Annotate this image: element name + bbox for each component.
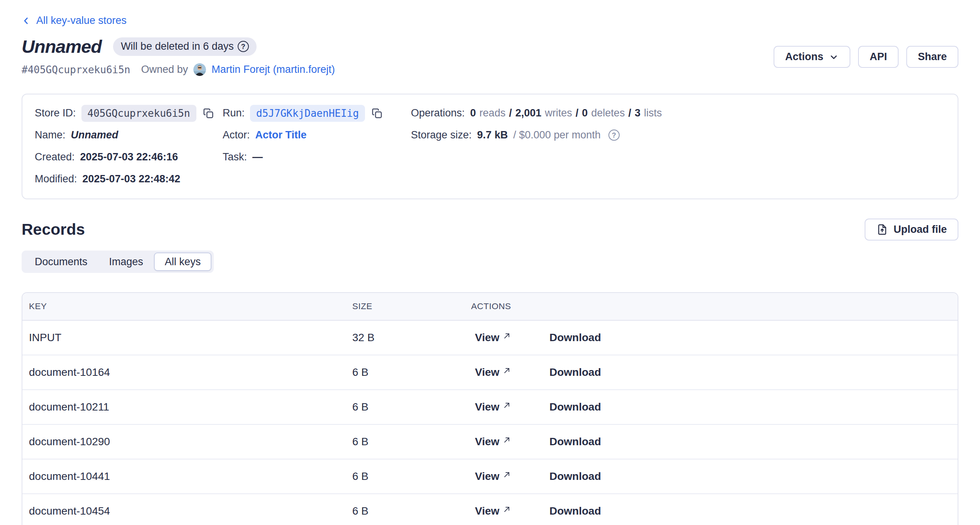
record-key: document-10211 (22, 401, 352, 413)
download-link[interactable]: Download (549, 331, 601, 344)
table-row: document-10164 6 B View Download (22, 355, 958, 390)
upload-file-icon (876, 224, 888, 236)
external-link-icon (503, 365, 510, 377)
breadcrumb-all-key-value-stores[interactable]: All key-value stores (12, 15, 127, 27)
store-hash-id: #405GQcuprxeku6i5n (22, 64, 130, 76)
created-label: Created: (35, 151, 75, 163)
actions-button[interactable]: Actions (774, 46, 850, 68)
operations-value: 0 reads / 2,001 writes / 0 deletes / 3 l… (470, 107, 662, 119)
actor-link[interactable]: Actor Title (255, 129, 307, 141)
download-link[interactable]: Download (549, 366, 601, 379)
page-title: Unnamed (22, 36, 101, 57)
table-row: document-10441 6 B View Download (22, 459, 958, 494)
record-size: 32 B (352, 331, 471, 344)
record-key: document-10290 (22, 436, 352, 448)
view-link[interactable]: View (475, 401, 549, 413)
column-header-key: KEY (22, 301, 352, 311)
record-size: 6 B (352, 436, 471, 448)
external-link-icon (503, 330, 510, 342)
table-row: INPUT 32 B View Download (22, 321, 958, 355)
view-link[interactable]: View (475, 331, 549, 344)
record-key: document-10454 (22, 505, 352, 517)
run-label: Run: (223, 107, 245, 119)
external-link-icon (503, 434, 510, 446)
chevron-down-icon (829, 52, 839, 62)
storage-help-circle-icon[interactable]: ? (608, 130, 620, 141)
created-value: 2025-07-03 22:46:16 (80, 151, 178, 163)
view-link[interactable]: View (475, 436, 549, 448)
records-table: KEY SIZE ACTIONS INPUT 32 B View Downloa… (22, 292, 958, 525)
view-link[interactable]: View (475, 505, 549, 517)
page-header: Unnamed Will be deleted in 6 days ? #405… (22, 36, 958, 76)
owner-link[interactable]: Martin Forejt (martin.forejt) (211, 64, 335, 76)
owner-avatar (193, 63, 206, 76)
storage-cost-value: / $0.000 per month (513, 129, 601, 141)
record-key: document-10164 (22, 366, 352, 379)
record-size: 6 B (352, 366, 471, 379)
record-key: INPUT (22, 331, 352, 344)
view-link[interactable]: View (475, 366, 549, 379)
run-link[interactable]: d5J7GKkjDaenHEIig (250, 105, 365, 122)
name-label: Name: (35, 129, 66, 141)
storage-size-label: Storage size: (411, 129, 472, 141)
copy-store-id-icon[interactable] (203, 108, 214, 119)
task-label: Task: (223, 151, 247, 163)
records-tab-group: Documents Images All keys (22, 251, 214, 273)
chevron-left-icon (22, 15, 31, 27)
records-table-header: KEY SIZE ACTIONS (22, 293, 958, 321)
record-key: document-10441 (22, 470, 352, 483)
records-title: Records (22, 220, 85, 239)
share-button[interactable]: Share (906, 46, 958, 68)
external-link-icon (503, 469, 510, 481)
column-header-size: SIZE (352, 301, 471, 311)
column-header-actions: ACTIONS (471, 301, 958, 311)
deletion-badge: Will be deleted in 6 days ? (113, 37, 257, 56)
api-button[interactable]: API (858, 46, 899, 68)
storage-size-value: 9.7 kB (477, 129, 508, 141)
name-value: Unnamed (71, 129, 118, 141)
download-link[interactable]: Download (549, 401, 601, 413)
record-size: 6 B (352, 505, 471, 517)
operations-label: Operations: (411, 107, 465, 119)
download-link[interactable]: Download (549, 505, 601, 517)
download-link[interactable]: Download (549, 470, 601, 483)
deletion-badge-label: Will be deleted in 6 days (121, 40, 234, 52)
copy-run-id-icon[interactable] (371, 108, 383, 119)
task-value: — (252, 151, 263, 163)
tab-images[interactable]: Images (98, 252, 154, 271)
key-value-store-page: All key-value stores Unnamed Will be del… (0, 0, 980, 525)
tab-all-keys[interactable]: All keys (154, 252, 211, 271)
table-row: document-10290 6 B View Download (22, 425, 958, 459)
upload-file-button[interactable]: Upload file (865, 219, 958, 241)
record-size: 6 B (352, 470, 471, 483)
tab-documents[interactable]: Documents (24, 252, 98, 271)
owned-by-label: Owned by (141, 64, 188, 76)
store-info-card: Store ID: 405GQcuprxeku6i5n Name: Unname… (22, 94, 958, 199)
external-link-icon (503, 399, 510, 412)
table-row: document-10454 6 B View Download (22, 494, 958, 525)
modified-value: 2025-07-03 22:48:42 (83, 173, 181, 185)
breadcrumb-label: All key-value stores (36, 15, 127, 27)
view-link[interactable]: View (475, 470, 549, 483)
store-id-value: 405GQcuprxeku6i5n (81, 105, 196, 122)
actor-label: Actor: (223, 129, 250, 141)
help-circle-icon[interactable]: ? (238, 41, 249, 52)
store-id-label: Store ID: (35, 107, 76, 119)
external-link-icon (503, 503, 510, 516)
download-link[interactable]: Download (549, 436, 601, 448)
modified-label: Modified: (35, 173, 77, 185)
record-size: 6 B (352, 401, 471, 413)
table-row: document-10211 6 B View Download (22, 390, 958, 425)
